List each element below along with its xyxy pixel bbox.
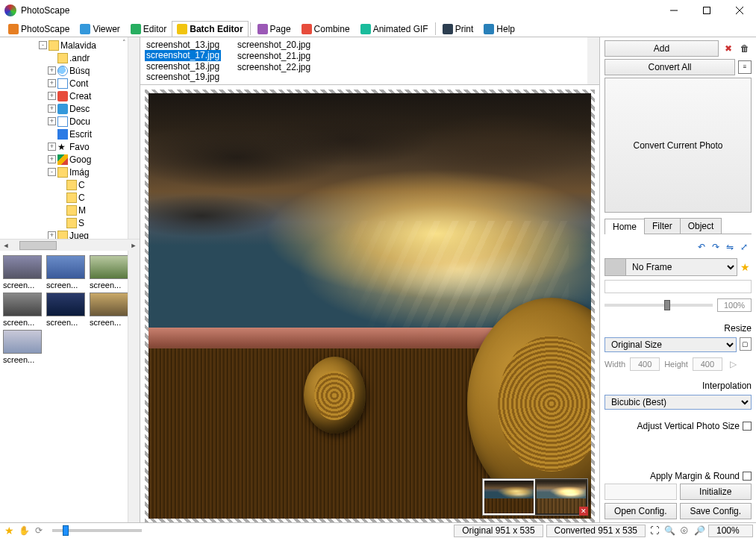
zoom-out-icon[interactable]: 🔍 bbox=[663, 525, 675, 537]
close-preview-icon[interactable]: ✕ bbox=[579, 507, 588, 516]
height-input[interactable] bbox=[693, 357, 722, 371]
tree-expander[interactable]: + bbox=[48, 66, 56, 75]
undo-icon[interactable]: ↶ bbox=[696, 241, 707, 253]
tree-node[interactable]: +Jueg bbox=[0, 229, 140, 239]
tree-expander[interactable]: + bbox=[48, 231, 56, 239]
status-star-icon[interactable]: ★ bbox=[3, 525, 15, 537]
resize-lock-icon[interactable]: ▢ bbox=[740, 337, 752, 351]
thumbnail[interactable]: screen... bbox=[46, 293, 85, 327]
convert-all-button[interactable]: Convert All bbox=[605, 59, 735, 75]
status-hand-icon[interactable]: ✋ bbox=[18, 525, 30, 537]
maximize-button[interactable] bbox=[690, 0, 723, 21]
thumbnail[interactable]: screen... bbox=[90, 255, 128, 290]
options-tab-object[interactable]: Object bbox=[680, 218, 722, 234]
tree-expander[interactable]: - bbox=[39, 41, 47, 49]
add-button[interactable]: Add bbox=[605, 40, 719, 57]
open-config-button[interactable]: Open Config. bbox=[605, 503, 677, 519]
actual-size-icon[interactable]: ⦾ bbox=[678, 525, 690, 537]
tree-expander[interactable]: + bbox=[48, 155, 56, 163]
favorite-star-icon[interactable]: ★ bbox=[739, 261, 752, 273]
zoom-thumb[interactable] bbox=[63, 525, 69, 536]
tab-print[interactable]: Print bbox=[437, 21, 479, 37]
tree-node[interactable]: +Docu bbox=[0, 115, 140, 128]
fit-screen-icon[interactable]: ⛶ bbox=[649, 525, 660, 537]
tab-photoscape[interactable]: PhotoScape bbox=[3, 21, 75, 37]
file-item[interactable]: screenshot_18.jpg bbox=[145, 61, 221, 72]
tab-animated-gif[interactable]: Animated GIF bbox=[355, 21, 434, 37]
tree-node[interactable]: S bbox=[0, 216, 140, 229]
thumbnail[interactable]: screen... bbox=[90, 293, 128, 327]
preview-before[interactable] bbox=[483, 479, 535, 515]
opacity-value[interactable] bbox=[717, 298, 752, 312]
interpolation-dropdown[interactable]: Bicubic (Best) bbox=[605, 395, 752, 410]
tree-node[interactable]: +Desc bbox=[0, 102, 140, 115]
resize-mode-dropdown[interactable]: Original Size bbox=[605, 337, 737, 352]
tree-expander[interactable]: + bbox=[48, 143, 56, 151]
initialize-button[interactable]: Initialize bbox=[680, 484, 752, 500]
hscroll-thumb[interactable] bbox=[19, 241, 57, 250]
thumbnail[interactable]: screen... bbox=[3, 255, 42, 290]
file-item[interactable]: screenshot_17.jpg bbox=[145, 50, 221, 60]
opacity-slider[interactable] bbox=[605, 304, 713, 307]
tab-combine[interactable]: Combine bbox=[296, 21, 355, 37]
tree-node[interactable]: -Malavida bbox=[0, 39, 140, 51]
minimize-button[interactable] bbox=[657, 0, 690, 21]
thumbnail[interactable]: screen... bbox=[3, 330, 42, 364]
options-tab-home[interactable]: Home bbox=[605, 219, 645, 234]
zoom-slider[interactable] bbox=[52, 529, 142, 532]
tree-node[interactable]: +Búsq bbox=[0, 64, 140, 77]
photo-canvas[interactable]: ✕ bbox=[145, 90, 595, 522]
tree-expander[interactable]: + bbox=[48, 117, 56, 125]
slider-thumb[interactable] bbox=[664, 300, 670, 310]
scroll-left-icon[interactable]: ◄ bbox=[0, 240, 12, 251]
file-item[interactable]: screenshot_20.jpg bbox=[236, 40, 312, 51]
margin-round-checkbox[interactable] bbox=[743, 472, 752, 481]
tab-batch-editor[interactable]: Batch Editor bbox=[172, 21, 248, 37]
tree-expander[interactable]: + bbox=[48, 104, 56, 113]
tree-expander[interactable]: + bbox=[48, 79, 56, 87]
options-tab-filter[interactable]: Filter bbox=[644, 218, 681, 234]
remove-icon[interactable]: ✖ bbox=[722, 42, 735, 55]
tab-editor[interactable]: Editor bbox=[125, 21, 172, 37]
tree-node[interactable]: C bbox=[0, 178, 140, 191]
tree-node[interactable]: +Cont bbox=[0, 77, 140, 90]
tree-expander[interactable]: + bbox=[48, 92, 56, 100]
thumbnail[interactable]: screen... bbox=[3, 293, 42, 327]
scroll-right-icon[interactable]: ► bbox=[128, 240, 140, 251]
list-icon[interactable]: ≡ bbox=[738, 60, 752, 74]
status-rotate-icon[interactable]: ⟳ bbox=[33, 525, 45, 537]
tab-help[interactable]: Help bbox=[478, 21, 520, 37]
tree-hscroll[interactable]: ◄ ► bbox=[0, 239, 140, 251]
tree-node[interactable]: Escrit bbox=[0, 128, 140, 140]
tree-node[interactable]: .andr bbox=[0, 51, 140, 64]
tree-node[interactable]: -Imág bbox=[0, 166, 140, 178]
file-item[interactable]: screenshot_22.jpg bbox=[236, 62, 312, 73]
tab-viewer[interactable]: Viewer bbox=[75, 21, 125, 37]
close-button[interactable] bbox=[723, 0, 756, 21]
save-config-button[interactable]: Save Config. bbox=[680, 503, 752, 519]
tree-expander[interactable]: - bbox=[48, 168, 56, 176]
tree-scrollbar[interactable] bbox=[128, 37, 140, 239]
tree-node[interactable]: +Creat bbox=[0, 90, 140, 102]
filelist-scrollbar[interactable] bbox=[587, 37, 599, 84]
frame-dropdown[interactable]: No Frame bbox=[626, 259, 737, 275]
file-item[interactable]: screenshot_19.jpg bbox=[145, 72, 221, 82]
frame-select[interactable]: No Frame bbox=[605, 258, 737, 276]
redo-icon[interactable]: ↷ bbox=[710, 241, 722, 253]
adjust-vertical-checkbox[interactable] bbox=[743, 422, 752, 431]
flip-v-icon[interactable]: ⤢ bbox=[738, 241, 750, 253]
tree-node[interactable]: +Goog bbox=[0, 153, 140, 166]
tree-node[interactable]: +★Favo bbox=[0, 140, 140, 153]
tree-node[interactable]: C bbox=[0, 191, 140, 204]
thumbs-scrollbar[interactable] bbox=[128, 251, 140, 522]
dimensions-play-icon[interactable]: ▷ bbox=[727, 357, 740, 371]
width-input[interactable] bbox=[630, 357, 660, 371]
file-item[interactable]: screenshot_21.jpg bbox=[236, 51, 312, 62]
thumbnail[interactable]: screen... bbox=[46, 255, 85, 290]
trash-icon[interactable]: 🗑 bbox=[738, 42, 752, 55]
flip-h-icon[interactable]: ⇋ bbox=[724, 241, 736, 253]
convert-current-button[interactable]: Convert Current Photo bbox=[605, 78, 752, 213]
tab-page[interactable]: Page bbox=[252, 21, 296, 37]
zoom-in-icon[interactable]: 🔎 bbox=[693, 525, 705, 537]
folder-tree[interactable]: -Malavida.andr+Búsq+Cont+Creat+Desc+Docu… bbox=[0, 37, 140, 239]
